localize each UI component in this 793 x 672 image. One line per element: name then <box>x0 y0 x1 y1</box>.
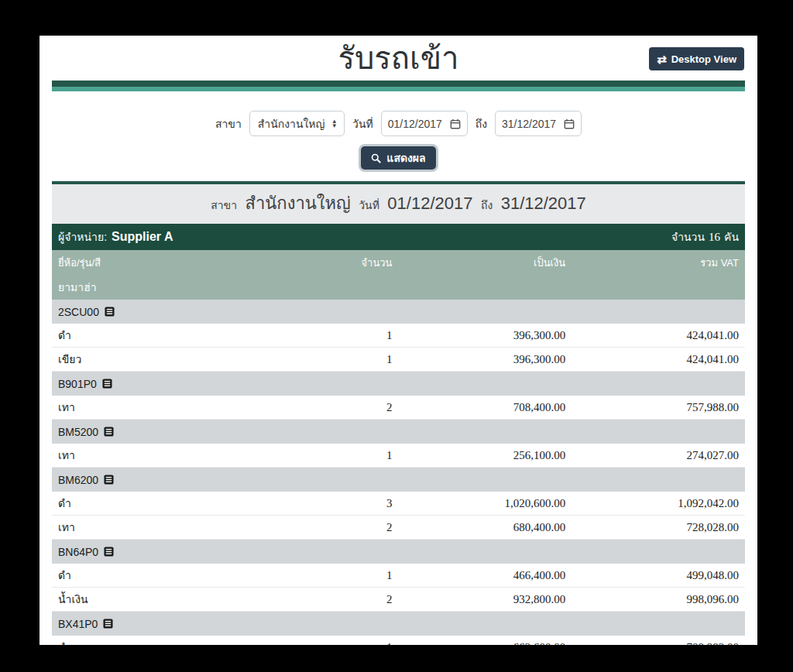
table-row: น้ำเงิน2932,800.00998,096.00 <box>52 588 745 612</box>
list-icon[interactable] <box>104 547 114 557</box>
report-table: ผู้จำหน่าย: Supplier A จำนวน 16 คัน ยี่ห… <box>52 224 745 645</box>
model-row: 2SCU00 <box>52 300 745 324</box>
branch-select-value: สำนักงานใหญ่ <box>258 115 325 132</box>
qty-cell: 1 <box>260 641 399 646</box>
table-row: ดำ31,020,600.001,092,042.00 <box>52 492 745 516</box>
date-label: วันที่ <box>352 115 373 132</box>
brand-row: ยามาฮ่า <box>52 275 745 300</box>
color-cell: เขียว <box>52 351 260 368</box>
column-header-model: ยี่ห้อ/รุ่น/สี <box>52 255 260 271</box>
table-row: เทา2708,400.00757,988.00 <box>52 396 745 420</box>
summary-date-from: 01/12/2017 <box>387 194 472 213</box>
filter-bar: สาขา สำนักงานใหญ่ ▴▾ วันที่ ถึง <box>39 111 757 136</box>
color-cell: ดำ <box>52 639 260 645</box>
show-results-button[interactable]: แสดงผล <box>361 146 435 170</box>
model-code: B901P0 <box>58 378 97 390</box>
search-icon <box>371 153 381 163</box>
list-icon[interactable] <box>103 619 113 629</box>
column-header-row: ยี่ห้อ/รุ่น/สี จำนวน เป็นเงิน รวม VAT <box>52 250 745 275</box>
model-row: B901P0 <box>52 372 745 396</box>
amount-cell: 466,400.00 <box>399 569 572 582</box>
model-code: 2SCU00 <box>58 306 99 318</box>
supplier-label: ผู้จำหน่าย: <box>58 228 107 245</box>
page-card: รับรถเข้า ⇄ Desktop View สาขา สำนักงานให… <box>39 36 757 645</box>
list-icon[interactable] <box>105 307 115 317</box>
vat-cell: 998,096.00 <box>572 593 745 606</box>
amount-cell: 396,300.00 <box>399 353 572 366</box>
table-row: เทา2680,400.00728,028.00 <box>52 516 745 540</box>
divider-bar-teal <box>52 87 745 91</box>
vat-cell: 1,092,042.00 <box>572 497 745 510</box>
color-cell: น้ำเงิน <box>52 591 260 608</box>
branch-select[interactable]: สำนักงานใหญ่ ▴▾ <box>249 111 345 136</box>
date-to-input[interactable] <box>502 118 562 130</box>
supplier-header-row: ผู้จำหน่าย: Supplier A จำนวน 16 คัน <box>52 224 745 250</box>
vat-cell: 728,028.00 <box>572 521 745 534</box>
color-cell: เทา <box>52 399 260 416</box>
column-header-vat: รวม VAT <box>572 255 745 271</box>
summary-strip: สาขา สำนักงานใหญ่ วันที่ 01/12/2017 ถึง … <box>52 181 745 224</box>
summary-branch-value: สำนักงานใหญ่ <box>245 194 351 213</box>
page-header: รับรถเข้า ⇄ Desktop View <box>39 36 757 81</box>
vat-cell: 708,982.00 <box>572 641 745 646</box>
qty-cell: 2 <box>260 593 399 606</box>
column-header-qty: จำนวน <box>260 255 399 271</box>
calendar-icon[interactable] <box>450 118 461 129</box>
table-row: ดำ1396,300.00424,041.00 <box>52 324 745 348</box>
amount-cell: 256,100.00 <box>399 449 572 462</box>
model-row: BX41P0 <box>52 612 745 636</box>
amount-cell: 662,600.00 <box>399 641 572 646</box>
model-code: BM5200 <box>58 426 98 438</box>
column-header-amount: เป็นเงิน <box>399 255 572 271</box>
vat-cell: 274,027.00 <box>572 449 745 462</box>
list-icon[interactable] <box>102 379 112 389</box>
summary-date-label: วันที่ <box>359 199 379 211</box>
brand-name: ยามาฮ่า <box>58 279 97 296</box>
desktop-view-button[interactable]: ⇄ Desktop View <box>649 47 744 70</box>
page-title: รับรถเข้า <box>338 36 458 83</box>
qty-cell: 1 <box>260 353 399 366</box>
qty-cell: 1 <box>260 569 399 582</box>
show-results-label: แสดงผล <box>386 149 425 166</box>
color-cell: เทา <box>52 447 260 464</box>
color-cell: ดำ <box>52 567 260 584</box>
list-icon[interactable] <box>104 427 114 437</box>
amount-cell: 708,400.00 <box>399 401 572 414</box>
select-arrows-icon: ▴▾ <box>333 119 337 128</box>
exchange-arrows-icon: ⇄ <box>657 53 667 65</box>
qty-cell: 3 <box>260 497 399 510</box>
vat-cell: 499,048.00 <box>572 569 745 582</box>
model-code: BM6200 <box>58 474 98 486</box>
count-label: จำนวน <box>671 228 705 245</box>
summary-branch-label: สาขา <box>211 199 237 211</box>
to-label: ถึง <box>475 115 487 132</box>
date-from-input[interactable] <box>388 118 448 130</box>
amount-cell: 396,300.00 <box>399 329 572 342</box>
table-row: เทา1256,100.00274,027.00 <box>52 444 745 468</box>
table-body: 2SCU00ดำ1396,300.00424,041.00เขียว1396,3… <box>52 300 745 645</box>
table-row: เขียว1396,300.00424,041.00 <box>52 348 745 372</box>
supplier-name: Supplier A <box>112 230 173 244</box>
summary-to-label: ถึง <box>481 199 493 211</box>
amount-cell: 680,400.00 <box>399 521 572 534</box>
list-icon[interactable] <box>104 475 114 485</box>
count-unit: คัน <box>724 228 739 245</box>
qty-cell: 1 <box>260 449 399 462</box>
model-row: BM5200 <box>52 420 745 444</box>
color-cell: ดำ <box>52 327 260 344</box>
table-row: ดำ1466,400.00499,048.00 <box>52 564 745 588</box>
amount-cell: 1,020,600.00 <box>399 497 572 510</box>
amount-cell: 932,800.00 <box>399 593 572 606</box>
date-to-field <box>495 111 582 136</box>
vat-cell: 424,041.00 <box>572 353 745 366</box>
date-from-field <box>381 111 468 136</box>
qty-cell: 2 <box>260 401 399 414</box>
count-value: 16 <box>709 231 720 244</box>
summary-date-to: 31/12/2017 <box>501 194 586 213</box>
desktop-view-label: Desktop View <box>671 53 736 65</box>
table-row: ดำ1662,600.00708,982.00 <box>52 636 745 645</box>
model-row: BM6200 <box>52 468 745 492</box>
model-code: BN64P0 <box>58 546 98 558</box>
vat-cell: 757,988.00 <box>572 401 745 414</box>
calendar-icon[interactable] <box>564 118 575 129</box>
